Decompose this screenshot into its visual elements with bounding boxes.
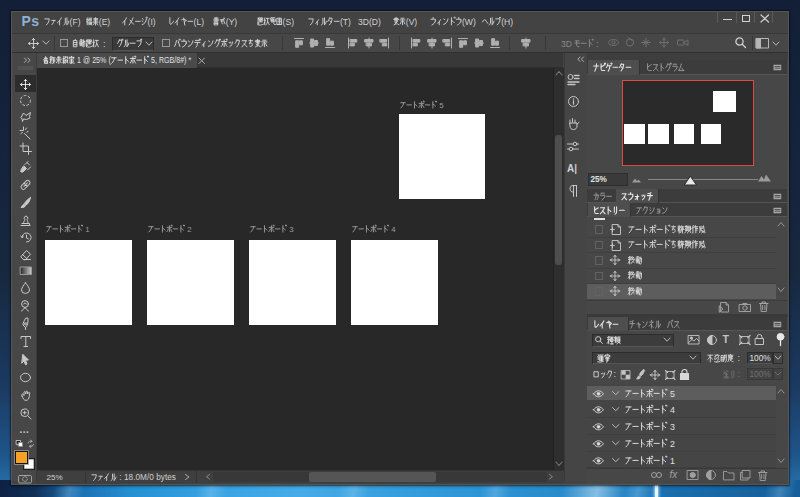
svg-text:(F): (F) (70, 17, 81, 27)
svg-text:2: 2 (187, 225, 192, 234)
svg-text:18.0M/0: 18.0M/0 (124, 472, 154, 482)
svg-text:(: ( (108, 56, 111, 66)
svg-text:3D(D): 3D(D) (358, 17, 381, 27)
svg-text:5: 5 (439, 101, 444, 110)
svg-text:(H): (H) (501, 17, 513, 27)
svg-text:3: 3 (670, 422, 675, 432)
svg-text:5,: 5, (151, 56, 157, 66)
svg-text:25%: 25% (92, 56, 107, 66)
svg-text:1: 1 (85, 225, 90, 234)
svg-text:(T): (T) (340, 17, 351, 27)
svg-text:bytes: bytes (156, 472, 176, 482)
svg-text:4: 4 (391, 225, 396, 234)
svg-text::: : (119, 472, 121, 482)
svg-text:1: 1 (670, 455, 675, 465)
svg-text:2: 2 (670, 439, 675, 449)
svg-text:(Y): (Y) (226, 17, 238, 27)
svg-text:(W): (W) (462, 17, 476, 27)
svg-text:@: @ (83, 56, 90, 66)
svg-text:(L): (L) (193, 17, 204, 27)
svg-text:3: 3 (289, 225, 294, 234)
svg-text:1: 1 (77, 56, 81, 66)
svg-text:(I): (I) (148, 17, 156, 27)
svg-text:(S): (S) (282, 17, 294, 27)
svg-text:(V): (V) (406, 17, 418, 27)
svg-text:4: 4 (670, 405, 675, 415)
svg-text:5: 5 (670, 388, 675, 398)
svg-text:(E): (E) (99, 17, 111, 27)
svg-text:RGB/8#): RGB/8#) (159, 56, 187, 66)
